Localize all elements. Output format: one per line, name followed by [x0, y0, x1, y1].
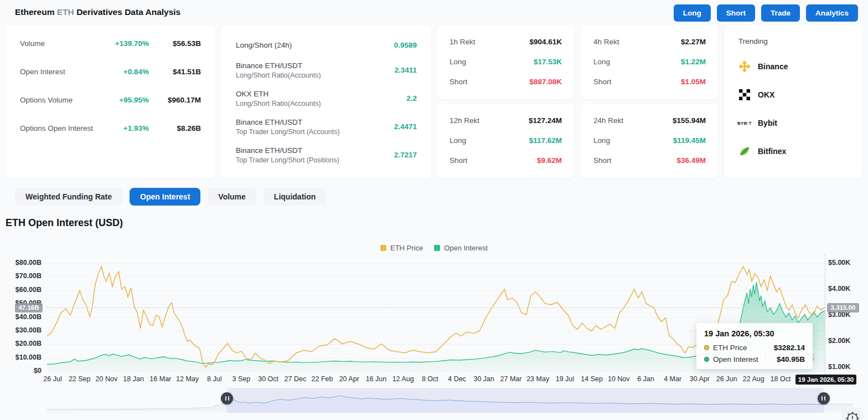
y-axis-left-tick: $10.00B: [5, 354, 42, 361]
navigator-right-handle[interactable]: [818, 392, 830, 404]
ratio-row-binance-accounts[interactable]: Binance ETH/USDT Long/Short Ratio(Accoun…: [236, 60, 417, 80]
ratio-row-okx-accounts[interactable]: OKX ETH Long/Short Ratio(Accounts) 2.2: [236, 88, 417, 109]
stat-change: +139.70%: [115, 39, 149, 48]
stat-row-options-volume: Options Volume +95.95% $960.17M: [20, 95, 201, 105]
x-axis-tick: 6 Jan: [637, 375, 654, 383]
rekt-total: $904.61K: [529, 38, 562, 46]
y-axis-left-tick: $20.00B: [5, 340, 42, 347]
y-axis-left-tick: $40.00B: [5, 313, 42, 321]
x-axis-tick: 22 Feb: [312, 375, 333, 383]
legend-item-open-interest[interactable]: Open Interest: [434, 244, 488, 252]
tab-volume[interactable]: Volume: [208, 188, 256, 206]
current-oi-badge: 47.16B: [15, 303, 43, 313]
ratio-row-top-trader-positions[interactable]: Binance ETH/USDT Top Trader Long/Short (…: [236, 145, 417, 165]
x-axis-tick: 30 Jan: [473, 375, 494, 383]
ratio-value: 2.4471: [394, 122, 417, 131]
stat-change: +1.93%: [123, 124, 149, 132]
navigator-left-handle[interactable]: [221, 392, 233, 404]
ratio-label: Binance ETH/USDT: [236, 62, 394, 70]
trending-exchange-name: OKX: [758, 90, 774, 99]
bybit-logo-icon: BYB!T: [738, 117, 751, 129]
y-axis-right-tick: $2.00K: [828, 337, 850, 345]
x-axis-tick: 16 Mar: [149, 375, 171, 383]
tooltip-date: 19 Jan 2026, 05:30: [704, 329, 805, 338]
chart-tabs: Weighted Funding Rate Open Interest Volu…: [15, 188, 326, 206]
ratio-label: Long/Short (24h): [236, 41, 394, 49]
trending-item-bybit[interactable]: BYB!T Bybit: [738, 117, 848, 129]
ratio-value: 2.7217: [394, 151, 417, 159]
open-interest-swatch-icon: [434, 245, 440, 251]
rekt-long-label: Long: [593, 58, 610, 66]
rekt-short-label: Short: [593, 156, 611, 165]
stat-row-open-interest: Open Interest +0.84% $41.51B: [20, 66, 201, 76]
eth-price-dot-icon: [704, 345, 709, 350]
stat-change: +0.84%: [123, 68, 149, 76]
rekt-card-24h: 24h Rekt$155.94M Long$119.45M Short$36.4…: [581, 104, 718, 178]
tab-liquidation[interactable]: Liquidation: [264, 188, 326, 206]
y-axis-right-tick: $5.00K: [828, 259, 850, 267]
y-axis-left-tick: $30.00B: [5, 326, 42, 334]
tooltip-row-eth-price: ETH Price $3282.14: [704, 344, 805, 352]
rekt-title: 1h Rekt: [450, 38, 476, 46]
stat-value: $41.51B: [161, 68, 201, 76]
stat-row-options-open-interest: Options Open Interest +1.93% $8.26B: [20, 123, 201, 133]
x-axis-tick: 26 Jun: [716, 375, 737, 383]
navigator-mini-chart: [47, 388, 852, 413]
page-title-rest: Derivatives Data Analysis: [76, 7, 180, 17]
y-axis-right-tick: $4.00K: [828, 285, 850, 293]
rekt-title: 4h Rekt: [593, 38, 619, 46]
gear-alert-icon: [845, 411, 860, 420]
trade-button[interactable]: Trade: [761, 4, 800, 22]
rekt-total: $155.94M: [673, 116, 706, 125]
eth-price-swatch-icon: [380, 245, 386, 251]
page-title: Ethereum ETH Derivatives Data Analysis: [15, 7, 180, 17]
chart-heading: ETH Open Interest (USD): [6, 217, 123, 229]
eth-derivatives-dashboard: { "header": { "title": { "asset": "Ether…: [0, 0, 868, 420]
stat-value: $960.17M: [161, 96, 201, 104]
tab-weighted-funding-rate[interactable]: Weighted Funding Rate: [15, 188, 122, 206]
ratio-label: Binance ETH/USDT: [236, 146, 394, 155]
ratio-row-top-trader-accounts[interactable]: Binance ETH/USDT Top Trader Long/Short (…: [236, 116, 417, 137]
trending-item-okx[interactable]: OKX: [738, 89, 848, 101]
rekt-card-4h: 4h Rekt$2.27M Long$1.22M Short$1.05M: [581, 25, 718, 99]
short-button[interactable]: Short: [717, 4, 755, 22]
tab-open-interest[interactable]: Open Interest: [130, 188, 200, 206]
rekt-card-1h: 1h Rekt$904.61K Long$17.53K Short$887.08…: [437, 25, 574, 99]
current-price-badge: 3,315.00: [827, 303, 859, 313]
rekt-long-label: Long: [593, 136, 610, 145]
trending-item-bitfinex[interactable]: Bitfinex: [738, 145, 848, 157]
x-axis-tick: 8 Jul: [207, 375, 221, 383]
crosshair-vertical-line: [825, 255, 825, 375]
x-axis-tick: 22 Sep: [69, 375, 91, 383]
x-axis-tick: 14 Sep: [581, 375, 603, 383]
legend-item-eth-price[interactable]: ETH Price: [380, 244, 423, 252]
x-axis-tick: 10 Nov: [608, 375, 630, 383]
rekt-short-value: $1.05M: [681, 78, 706, 86]
rekt-long-value: $119.45M: [673, 136, 706, 145]
page-title-asset: Ethereum: [15, 7, 55, 17]
x-axis-tick: 3 Sep: [232, 375, 251, 383]
current-value-dashed-line: [47, 308, 825, 308]
trending-item-binance[interactable]: Binance: [738, 60, 848, 73]
x-axis-tick: 4 Mar: [664, 375, 681, 383]
ratio-sublabel: Top Trader Long/Short (Positions): [236, 156, 394, 164]
settings-button[interactable]: [842, 408, 863, 420]
rekt-short-label: Short: [593, 78, 611, 86]
analytics-button[interactable]: Analytics: [806, 4, 858, 22]
rekt-title: 12h Rekt: [450, 116, 479, 125]
x-axis-tick: 8 Oct: [422, 375, 438, 383]
ratio-row-24h[interactable]: Long/Short (24h) 0.9589: [236, 38, 417, 52]
rekt-long-label: Long: [450, 136, 466, 145]
y-axis-left-tick: $80.00B: [5, 259, 42, 267]
y-axis-left-tick: $0: [5, 367, 42, 375]
y-axis-left-tick: $70.00B: [5, 272, 42, 280]
navigator-unselected-left: [47, 388, 227, 413]
rekt-short-label: Short: [450, 156, 467, 165]
legend-label: Open Interest: [444, 244, 488, 252]
rekt-short-value: $36.49M: [676, 156, 706, 165]
chart-tooltip: 19 Jan 2026, 05:30 ETH Price $3282.14 Op…: [696, 323, 813, 369]
x-axis-tick: 27 Dec: [285, 375, 307, 383]
chart-range-navigator[interactable]: [47, 388, 852, 413]
long-button[interactable]: Long: [674, 4, 711, 22]
legend-label: ETH Price: [390, 244, 423, 252]
